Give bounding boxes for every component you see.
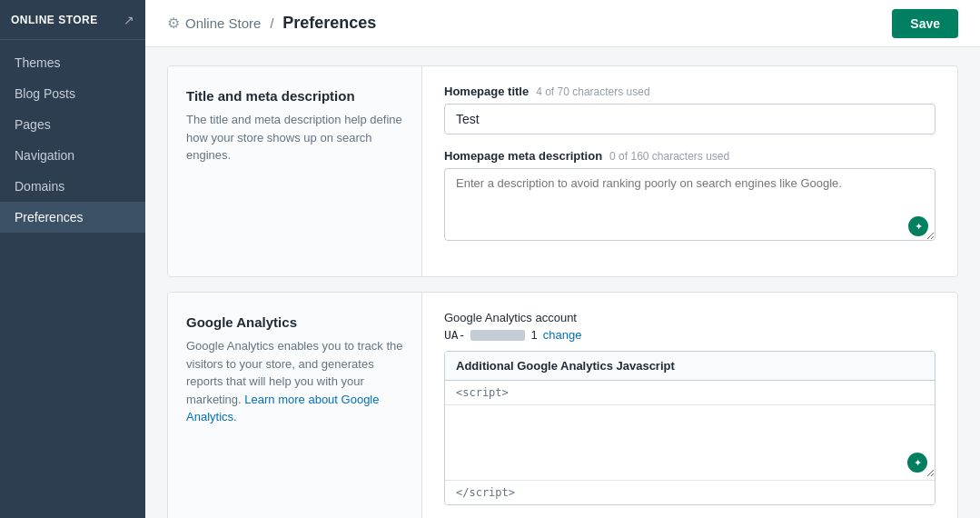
ua-number: 1 bbox=[530, 328, 537, 342]
sidebar-item-blog-posts[interactable]: Blog Posts bbox=[0, 78, 145, 109]
save-button[interactable]: Save bbox=[892, 9, 958, 38]
page-title: Preferences bbox=[282, 14, 376, 33]
breadcrumb: ⚙ Online Store / Preferences bbox=[167, 14, 376, 33]
analytics-description: Google Analytics Google Analytics enable… bbox=[168, 293, 422, 518]
meta-desc-hint: 0 of 160 characters used bbox=[609, 150, 729, 163]
meta-desc-label: Homepage meta description bbox=[444, 149, 602, 163]
homepage-title-input[interactable] bbox=[444, 104, 935, 134]
sidebar-item-navigation[interactable]: Navigation bbox=[0, 140, 145, 171]
homepage-title-label: Homepage title bbox=[444, 85, 529, 98]
gear-icon: ⚙ bbox=[167, 15, 180, 32]
sidebar-nav: Themes Blog Posts Pages Navigation Domai… bbox=[0, 40, 145, 233]
analytics-account-label: Google Analytics account bbox=[444, 311, 577, 324]
analytics-fields: Google Analytics account UA- 1 change Ad… bbox=[422, 293, 957, 518]
title-meta-fields: Homepage title 4 of 70 characters used H… bbox=[422, 66, 957, 276]
ua-prefix: UA- bbox=[444, 328, 465, 342]
topbar: ⚙ Online Store / Preferences Save bbox=[145, 0, 980, 47]
breadcrumb-separator: / bbox=[270, 16, 273, 31]
analytics-desc-text: Google Analytics enables you to track th… bbox=[186, 337, 403, 426]
title-meta-desc-text: The title and meta description help defi… bbox=[186, 111, 403, 164]
sidebar-header: ONLINE STORE ↗ bbox=[0, 0, 145, 40]
main-content: ⚙ Online Store / Preferences Save Title … bbox=[145, 0, 980, 518]
homepage-title-hint: 4 of 70 characters used bbox=[536, 85, 649, 98]
ga-js-textarea[interactable] bbox=[445, 404, 935, 477]
analytics-heading: Google Analytics bbox=[186, 314, 403, 330]
meta-desc-textarea[interactable] bbox=[444, 168, 935, 241]
ga-script-open: <script> bbox=[445, 381, 935, 404]
ai-assist-icon[interactable]: ✦ bbox=[908, 216, 928, 236]
meta-desc-wrapper: ✦ bbox=[444, 168, 935, 244]
title-meta-description: Title and meta description The title and… bbox=[168, 66, 422, 276]
homepage-title-group: Homepage title 4 of 70 characters used bbox=[444, 85, 935, 134]
analytics-ua-row: UA- 1 change bbox=[444, 328, 935, 342]
ga-code-box: Additional Google Analytics Javascript <… bbox=[444, 351, 935, 505]
analytics-section: Google Analytics Google Analytics enable… bbox=[167, 292, 958, 518]
sidebar-item-themes[interactable]: Themes bbox=[0, 47, 145, 78]
change-analytics-link[interactable]: change bbox=[543, 328, 582, 342]
breadcrumb-store: Online Store bbox=[185, 15, 261, 31]
sidebar-item-domains[interactable]: Domains bbox=[0, 171, 145, 202]
ua-redacted-value bbox=[470, 330, 525, 341]
sidebar-item-preferences[interactable]: Preferences bbox=[0, 202, 145, 233]
ga-ai-assist-icon[interactable]: ✦ bbox=[907, 453, 927, 473]
external-link-icon[interactable]: ↗ bbox=[124, 13, 134, 27]
meta-description-group: Homepage meta description 0 of 160 chara… bbox=[444, 149, 935, 244]
content-area: Title and meta description The title and… bbox=[145, 47, 980, 518]
ga-textarea-wrapper: ✦ bbox=[445, 404, 935, 480]
ga-script-close: </script> bbox=[445, 480, 935, 504]
store-name: ONLINE STORE bbox=[11, 14, 98, 26]
sidebar-item-pages[interactable]: Pages bbox=[0, 109, 145, 140]
analytics-account-group: Google Analytics account UA- 1 change bbox=[444, 311, 935, 342]
ga-code-header: Additional Google Analytics Javascript bbox=[445, 352, 935, 381]
sidebar: ONLINE STORE ↗ Themes Blog Posts Pages N… bbox=[0, 0, 145, 518]
title-meta-heading: Title and meta description bbox=[186, 88, 403, 104]
title-meta-section: Title and meta description The title and… bbox=[167, 65, 958, 277]
